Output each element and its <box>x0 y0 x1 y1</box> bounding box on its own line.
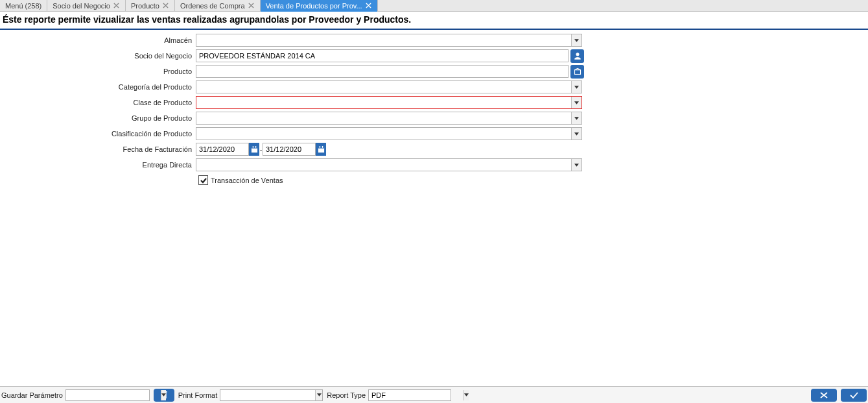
svg-rect-1 <box>574 70 580 75</box>
chevron-down-icon[interactable] <box>571 34 581 46</box>
clasificacion-combo[interactable] <box>196 127 582 140</box>
socio-input[interactable] <box>196 50 568 62</box>
ok-button[interactable] <box>841 389 867 402</box>
entrega-input[interactable] <box>196 159 571 171</box>
almacen-input[interactable] <box>196 34 571 46</box>
fecha-to-input[interactable] <box>263 143 358 155</box>
report-description: Éste reporte permite vizualizar las vent… <box>0 12 868 30</box>
grupo-combo[interactable] <box>196 112 582 125</box>
label-print-format: Print Format <box>178 391 218 399</box>
categoria-input[interactable] <box>196 81 571 93</box>
fecha-to-input-wrap[interactable] <box>263 143 316 156</box>
label-grupo: Grupo de Producto <box>0 114 196 122</box>
chevron-down-icon[interactable] <box>571 97 581 108</box>
chevron-down-icon[interactable] <box>315 390 322 400</box>
label-fecha: Fecha de Facturación <box>0 145 196 153</box>
print-format-input[interactable] <box>220 390 315 400</box>
report-type-combo[interactable] <box>368 389 451 401</box>
close-icon[interactable] <box>248 2 255 9</box>
producto-combo[interactable] <box>196 65 569 78</box>
product-lookup-button[interactable] <box>570 65 584 79</box>
tab-ordenes[interactable]: Ordenes de Compra <box>175 0 261 12</box>
chevron-down-icon[interactable] <box>571 81 581 93</box>
chevron-down-icon[interactable] <box>571 159 581 171</box>
tab-venta-productos[interactable]: Venta de Productos por Prov... <box>261 0 378 12</box>
label-entrega: Entrega Directa <box>0 161 196 169</box>
bpartner-lookup-button[interactable] <box>570 49 584 63</box>
grupo-input[interactable] <box>196 112 571 124</box>
almacen-combo[interactable] <box>196 34 582 47</box>
tab-menu[interactable]: Menú (258) <box>0 0 47 12</box>
label-producto: Producto <box>0 67 196 75</box>
socio-combo[interactable] <box>196 49 569 62</box>
tab-bar: Menú (258) Socio del Negocio Producto Or… <box>0 0 868 12</box>
entrega-combo[interactable] <box>196 158 582 171</box>
tab-producto[interactable]: Producto <box>126 0 175 12</box>
categoria-combo[interactable] <box>196 80 582 93</box>
label-transaccion: Transacción de Ventas <box>211 177 283 184</box>
chevron-down-icon[interactable] <box>571 112 581 124</box>
print-format-combo[interactable] <box>220 389 323 401</box>
guardar-parametro-input[interactable] <box>66 390 161 400</box>
label-categoria: Categoría del Producto <box>0 83 196 91</box>
transaccion-checkbox[interactable] <box>198 175 208 185</box>
producto-input[interactable] <box>196 66 568 77</box>
svg-point-0 <box>576 53 579 56</box>
clasificacion-input[interactable] <box>196 128 571 140</box>
tab-socio[interactable]: Socio del Negocio <box>47 0 126 12</box>
tab-label: Ordenes de Compra <box>180 2 245 10</box>
label-clase: Clase de Producto <box>0 99 196 106</box>
tab-label: Menú (258) <box>5 2 41 10</box>
label-report-type: Report Type <box>327 391 366 399</box>
chevron-down-icon[interactable] <box>571 128 581 140</box>
label-guardar-parametro: Guardar Parámetro <box>1 391 63 399</box>
guardar-parametro-combo[interactable] <box>65 389 150 401</box>
tab-label: Producto <box>131 2 159 10</box>
label-clasificacion: Clasificación de Producto <box>0 130 196 138</box>
close-icon[interactable] <box>113 2 120 9</box>
cancel-button[interactable] <box>811 389 837 402</box>
clase-input[interactable] <box>196 97 571 108</box>
footer-bar: Guardar Parámetro Print Format Report Ty… <box>0 386 868 403</box>
clase-combo[interactable] <box>196 96 582 109</box>
chevron-down-icon[interactable] <box>463 390 469 400</box>
parameters-form: Almacén Socio del Negocio Producto <box>0 30 868 188</box>
label-almacen: Almacén <box>0 36 196 44</box>
report-type-input[interactable] <box>369 390 463 400</box>
label-socio: Socio del Negocio <box>0 52 196 60</box>
chevron-down-icon[interactable] <box>161 390 166 400</box>
tab-label: Venta de Productos por Prov... <box>266 2 362 10</box>
close-icon[interactable] <box>365 2 372 9</box>
fecha-from-input-wrap[interactable] <box>196 143 249 156</box>
tab-label: Socio del Negocio <box>53 2 110 10</box>
close-icon[interactable] <box>162 2 169 9</box>
